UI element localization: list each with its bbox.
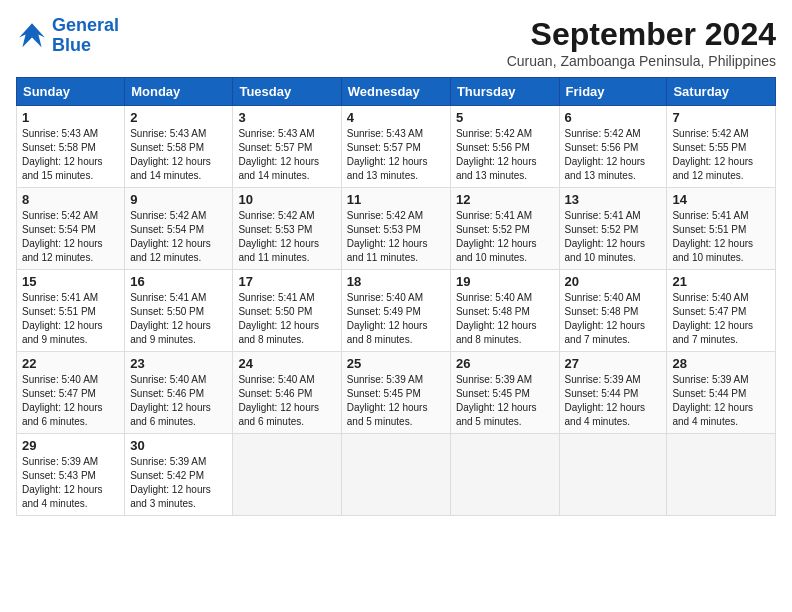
calendar-week-3: 15Sunrise: 5:41 AMSunset: 5:51 PMDayligh… bbox=[17, 270, 776, 352]
cell-info: Sunrise: 5:42 AMSunset: 5:53 PMDaylight:… bbox=[347, 209, 445, 265]
calendar-cell: 24Sunrise: 5:40 AMSunset: 5:46 PMDayligh… bbox=[233, 352, 341, 434]
calendar-cell: 15Sunrise: 5:41 AMSunset: 5:51 PMDayligh… bbox=[17, 270, 125, 352]
cell-info: Sunrise: 5:40 AMSunset: 5:48 PMDaylight:… bbox=[456, 291, 554, 347]
calendar-cell: 5Sunrise: 5:42 AMSunset: 5:56 PMDaylight… bbox=[450, 106, 559, 188]
cell-info: Sunrise: 5:40 AMSunset: 5:46 PMDaylight:… bbox=[238, 373, 335, 429]
calendar-cell: 18Sunrise: 5:40 AMSunset: 5:49 PMDayligh… bbox=[341, 270, 450, 352]
cell-info: Sunrise: 5:40 AMSunset: 5:49 PMDaylight:… bbox=[347, 291, 445, 347]
day-number: 10 bbox=[238, 192, 335, 207]
day-number: 26 bbox=[456, 356, 554, 371]
calendar-header-row: SundayMondayTuesdayWednesdayThursdayFrid… bbox=[17, 78, 776, 106]
day-number: 11 bbox=[347, 192, 445, 207]
day-number: 12 bbox=[456, 192, 554, 207]
day-number: 6 bbox=[565, 110, 662, 125]
calendar-week-1: 1Sunrise: 5:43 AMSunset: 5:58 PMDaylight… bbox=[17, 106, 776, 188]
day-number: 2 bbox=[130, 110, 227, 125]
calendar-cell: 16Sunrise: 5:41 AMSunset: 5:50 PMDayligh… bbox=[125, 270, 233, 352]
calendar-cell: 22Sunrise: 5:40 AMSunset: 5:47 PMDayligh… bbox=[17, 352, 125, 434]
calendar-cell: 1Sunrise: 5:43 AMSunset: 5:58 PMDaylight… bbox=[17, 106, 125, 188]
calendar-cell: 4Sunrise: 5:43 AMSunset: 5:57 PMDaylight… bbox=[341, 106, 450, 188]
cell-info: Sunrise: 5:42 AMSunset: 5:54 PMDaylight:… bbox=[22, 209, 119, 265]
day-number: 9 bbox=[130, 192, 227, 207]
cell-info: Sunrise: 5:43 AMSunset: 5:58 PMDaylight:… bbox=[22, 127, 119, 183]
cell-info: Sunrise: 5:39 AMSunset: 5:43 PMDaylight:… bbox=[22, 455, 119, 511]
day-number: 22 bbox=[22, 356, 119, 371]
cell-info: Sunrise: 5:39 AMSunset: 5:45 PMDaylight:… bbox=[347, 373, 445, 429]
cell-info: Sunrise: 5:42 AMSunset: 5:54 PMDaylight:… bbox=[130, 209, 227, 265]
day-number: 18 bbox=[347, 274, 445, 289]
cell-info: Sunrise: 5:41 AMSunset: 5:50 PMDaylight:… bbox=[130, 291, 227, 347]
logo-text: General Blue bbox=[52, 16, 119, 56]
calendar-cell bbox=[450, 434, 559, 516]
cell-info: Sunrise: 5:41 AMSunset: 5:52 PMDaylight:… bbox=[456, 209, 554, 265]
cell-info: Sunrise: 5:40 AMSunset: 5:46 PMDaylight:… bbox=[130, 373, 227, 429]
calendar-cell: 2Sunrise: 5:43 AMSunset: 5:58 PMDaylight… bbox=[125, 106, 233, 188]
day-number: 24 bbox=[238, 356, 335, 371]
calendar-cell: 25Sunrise: 5:39 AMSunset: 5:45 PMDayligh… bbox=[341, 352, 450, 434]
calendar-cell: 28Sunrise: 5:39 AMSunset: 5:44 PMDayligh… bbox=[667, 352, 776, 434]
calendar-week-5: 29Sunrise: 5:39 AMSunset: 5:43 PMDayligh… bbox=[17, 434, 776, 516]
logo: General Blue bbox=[16, 16, 119, 56]
day-number: 15 bbox=[22, 274, 119, 289]
calendar-week-4: 22Sunrise: 5:40 AMSunset: 5:47 PMDayligh… bbox=[17, 352, 776, 434]
day-number: 7 bbox=[672, 110, 770, 125]
day-number: 13 bbox=[565, 192, 662, 207]
cell-info: Sunrise: 5:41 AMSunset: 5:52 PMDaylight:… bbox=[565, 209, 662, 265]
calendar-cell bbox=[233, 434, 341, 516]
day-number: 19 bbox=[456, 274, 554, 289]
month-title: September 2024 bbox=[507, 16, 776, 53]
page-header: General Blue September 2024 Curuan, Zamb… bbox=[16, 16, 776, 69]
logo-icon bbox=[16, 20, 48, 52]
day-number: 3 bbox=[238, 110, 335, 125]
calendar-cell bbox=[559, 434, 667, 516]
calendar-cell: 7Sunrise: 5:42 AMSunset: 5:55 PMDaylight… bbox=[667, 106, 776, 188]
cell-info: Sunrise: 5:39 AMSunset: 5:44 PMDaylight:… bbox=[565, 373, 662, 429]
col-header-sunday: Sunday bbox=[17, 78, 125, 106]
calendar-cell: 29Sunrise: 5:39 AMSunset: 5:43 PMDayligh… bbox=[17, 434, 125, 516]
cell-info: Sunrise: 5:40 AMSunset: 5:48 PMDaylight:… bbox=[565, 291, 662, 347]
cell-info: Sunrise: 5:39 AMSunset: 5:44 PMDaylight:… bbox=[672, 373, 770, 429]
day-number: 30 bbox=[130, 438, 227, 453]
cell-info: Sunrise: 5:43 AMSunset: 5:58 PMDaylight:… bbox=[130, 127, 227, 183]
col-header-tuesday: Tuesday bbox=[233, 78, 341, 106]
calendar-cell: 23Sunrise: 5:40 AMSunset: 5:46 PMDayligh… bbox=[125, 352, 233, 434]
col-header-monday: Monday bbox=[125, 78, 233, 106]
day-number: 29 bbox=[22, 438, 119, 453]
cell-info: Sunrise: 5:42 AMSunset: 5:56 PMDaylight:… bbox=[456, 127, 554, 183]
calendar-cell: 12Sunrise: 5:41 AMSunset: 5:52 PMDayligh… bbox=[450, 188, 559, 270]
day-number: 23 bbox=[130, 356, 227, 371]
cell-info: Sunrise: 5:39 AMSunset: 5:45 PMDaylight:… bbox=[456, 373, 554, 429]
calendar-cell: 6Sunrise: 5:42 AMSunset: 5:56 PMDaylight… bbox=[559, 106, 667, 188]
calendar-cell: 17Sunrise: 5:41 AMSunset: 5:50 PMDayligh… bbox=[233, 270, 341, 352]
calendar-cell bbox=[341, 434, 450, 516]
day-number: 17 bbox=[238, 274, 335, 289]
calendar-cell bbox=[667, 434, 776, 516]
cell-info: Sunrise: 5:40 AMSunset: 5:47 PMDaylight:… bbox=[22, 373, 119, 429]
day-number: 20 bbox=[565, 274, 662, 289]
cell-info: Sunrise: 5:43 AMSunset: 5:57 PMDaylight:… bbox=[238, 127, 335, 183]
col-header-saturday: Saturday bbox=[667, 78, 776, 106]
cell-info: Sunrise: 5:42 AMSunset: 5:53 PMDaylight:… bbox=[238, 209, 335, 265]
logo-line1: General bbox=[52, 15, 119, 35]
cell-info: Sunrise: 5:40 AMSunset: 5:47 PMDaylight:… bbox=[672, 291, 770, 347]
calendar-cell: 26Sunrise: 5:39 AMSunset: 5:45 PMDayligh… bbox=[450, 352, 559, 434]
calendar-cell: 8Sunrise: 5:42 AMSunset: 5:54 PMDaylight… bbox=[17, 188, 125, 270]
day-number: 8 bbox=[22, 192, 119, 207]
calendar-table: SundayMondayTuesdayWednesdayThursdayFrid… bbox=[16, 77, 776, 516]
logo-line2: Blue bbox=[52, 35, 91, 55]
calendar-cell: 27Sunrise: 5:39 AMSunset: 5:44 PMDayligh… bbox=[559, 352, 667, 434]
cell-info: Sunrise: 5:42 AMSunset: 5:56 PMDaylight:… bbox=[565, 127, 662, 183]
calendar-cell: 20Sunrise: 5:40 AMSunset: 5:48 PMDayligh… bbox=[559, 270, 667, 352]
location-subtitle: Curuan, Zamboanga Peninsula, Philippines bbox=[507, 53, 776, 69]
calendar-week-2: 8Sunrise: 5:42 AMSunset: 5:54 PMDaylight… bbox=[17, 188, 776, 270]
day-number: 16 bbox=[130, 274, 227, 289]
col-header-friday: Friday bbox=[559, 78, 667, 106]
calendar-cell: 10Sunrise: 5:42 AMSunset: 5:53 PMDayligh… bbox=[233, 188, 341, 270]
calendar-cell: 19Sunrise: 5:40 AMSunset: 5:48 PMDayligh… bbox=[450, 270, 559, 352]
calendar-cell: 11Sunrise: 5:42 AMSunset: 5:53 PMDayligh… bbox=[341, 188, 450, 270]
svg-marker-0 bbox=[19, 23, 45, 47]
cell-info: Sunrise: 5:41 AMSunset: 5:50 PMDaylight:… bbox=[238, 291, 335, 347]
day-number: 1 bbox=[22, 110, 119, 125]
calendar-cell: 21Sunrise: 5:40 AMSunset: 5:47 PMDayligh… bbox=[667, 270, 776, 352]
cell-info: Sunrise: 5:42 AMSunset: 5:55 PMDaylight:… bbox=[672, 127, 770, 183]
